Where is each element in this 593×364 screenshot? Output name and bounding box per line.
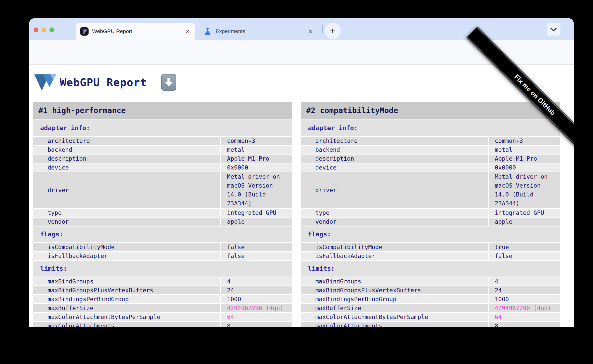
table-row: architecturecommon-3 bbox=[33, 137, 292, 145]
row-value: false bbox=[221, 252, 292, 260]
close-window-button[interactable] bbox=[34, 27, 38, 32]
table-row: maxColorAttachments8 bbox=[301, 322, 560, 327]
table-row: driverMetal driver on macOS Version 14.0… bbox=[301, 172, 560, 208]
row-value: 1000 bbox=[221, 295, 292, 303]
row-value: Apple M1 Pro bbox=[221, 155, 292, 163]
close-tab-icon[interactable]: × bbox=[307, 27, 313, 36]
row-key: architecture bbox=[33, 137, 220, 145]
section-heading: limits: bbox=[33, 261, 292, 277]
row-value: 64 bbox=[221, 313, 292, 321]
browser-window: i WebGPU Report × Experiments × + bbox=[29, 18, 574, 327]
flask-icon bbox=[204, 27, 211, 35]
table-row: typeintegrated GPU bbox=[301, 209, 560, 217]
adapter-tables: #1 high-performance adapter info:archite… bbox=[33, 102, 560, 327]
close-tab-icon[interactable]: × bbox=[185, 27, 191, 36]
table-row: descriptionApple M1 Pro bbox=[33, 155, 292, 163]
row-key: maxColorAttachments bbox=[33, 322, 220, 327]
row-key: backend bbox=[301, 146, 488, 154]
row-value: Apple M1 Pro bbox=[489, 155, 560, 163]
row-key: architecture bbox=[301, 137, 488, 145]
page-header: WebGPU Report bbox=[34, 72, 176, 92]
adapter-table-1: #1 high-performance adapter info:archite… bbox=[33, 102, 292, 327]
row-key: device bbox=[33, 163, 220, 172]
row-key: description bbox=[33, 155, 220, 163]
table-row: maxBindingsPerBindGroup1000 bbox=[301, 295, 560, 303]
row-value: 4 bbox=[221, 277, 292, 285]
tab-title: Experiments bbox=[216, 28, 307, 34]
webgpu-report-favicon-icon: i bbox=[80, 27, 89, 36]
tab-title: WebGPU Report bbox=[92, 28, 185, 34]
row-key: isFallbackAdapter bbox=[301, 252, 488, 260]
table-row: maxBindingsPerBindGroup1000 bbox=[33, 295, 292, 303]
row-key: maxColorAttachmentBytesPerSample bbox=[33, 313, 220, 321]
zoom-window-button[interactable] bbox=[49, 27, 54, 32]
table-row: maxColorAttachmentBytesPerSample64 bbox=[33, 313, 292, 321]
row-value: 8 bbox=[489, 322, 560, 327]
row-value: 64 bbox=[489, 313, 560, 321]
section-heading: adapter info: bbox=[33, 120, 292, 136]
chevron-down-icon bbox=[550, 27, 557, 32]
table-row: backendmetal bbox=[301, 146, 560, 154]
tab-webgpu-report[interactable]: i WebGPU Report × bbox=[76, 23, 195, 40]
row-value: 4 bbox=[489, 277, 560, 285]
section-heading: flags: bbox=[301, 226, 560, 242]
table-row: vendorapple bbox=[33, 218, 292, 226]
row-value: common-3 bbox=[221, 137, 292, 145]
row-value: common-3 bbox=[489, 137, 560, 145]
row-value: true bbox=[489, 243, 560, 251]
adapter-heading: #2 compatibilityMode bbox=[301, 102, 560, 119]
row-value: metal bbox=[489, 146, 560, 154]
row-key: maxColorAttachmentBytesPerSample bbox=[301, 313, 488, 321]
row-value: Metal driver on macOS Version 14.0 (Buil… bbox=[221, 172, 292, 208]
row-value: integrated GPU bbox=[489, 209, 560, 217]
tab-experiments[interactable]: Experiments × bbox=[198, 23, 319, 40]
row-key: maxBindGroups bbox=[301, 277, 488, 285]
row-value: apple bbox=[221, 218, 292, 226]
page-content: WebGPU Report #1 high-performance adapte… bbox=[29, 65, 574, 327]
table-row: descriptionApple M1 Pro bbox=[301, 155, 560, 163]
row-key: description bbox=[301, 155, 488, 163]
section-heading: adapter info: bbox=[301, 120, 560, 136]
table-row: architecturecommon-3 bbox=[301, 137, 560, 145]
table-row: maxBindGroupsPlusVertexBuffers24 bbox=[301, 286, 560, 294]
tab-separator bbox=[322, 25, 323, 33]
row-value: Metal driver on macOS Version 14.0 (Buil… bbox=[489, 172, 560, 208]
row-key: type bbox=[33, 209, 220, 217]
table-row: driverMetal driver on macOS Version 14.0… bbox=[33, 172, 292, 208]
row-key: isFallbackAdapter bbox=[33, 252, 220, 260]
row-key: maxBindGroupsPlusVertexBuffers bbox=[301, 286, 488, 294]
table-row: maxBindGroupsPlusVertexBuffers24 bbox=[33, 286, 292, 294]
row-key: vendor bbox=[33, 218, 220, 226]
table-row: maxBindGroups4 bbox=[301, 277, 560, 285]
row-key: vendor bbox=[301, 218, 488, 226]
row-value: 0x0000 bbox=[221, 163, 292, 172]
row-value: 4294967296 (4gb) bbox=[221, 304, 292, 312]
minimize-window-button[interactable] bbox=[41, 27, 46, 32]
row-key: type bbox=[301, 209, 488, 217]
row-key: isCompatibilityMode bbox=[33, 243, 220, 251]
row-key: device bbox=[301, 163, 488, 172]
tab-search-button[interactable] bbox=[547, 23, 560, 36]
row-key: driver bbox=[33, 172, 220, 208]
row-key: backend bbox=[33, 146, 220, 154]
row-key: maxColorAttachments bbox=[301, 322, 488, 327]
row-value: false bbox=[221, 243, 292, 251]
table-row: maxBufferSize4294967296 (4gb) bbox=[33, 304, 292, 312]
table-row: isFallbackAdapterfalse bbox=[33, 252, 292, 260]
adapter-table-2: #2 compatibilityMode adapter info:archit… bbox=[301, 102, 560, 327]
table-row: maxBindGroups4 bbox=[33, 277, 292, 285]
page-title: WebGPU Report bbox=[60, 76, 147, 89]
row-value: apple bbox=[489, 218, 560, 226]
table-row: vendorapple bbox=[301, 218, 560, 226]
table-row: isCompatibilityModefalse bbox=[33, 243, 292, 251]
svg-text:i: i bbox=[83, 29, 85, 35]
row-key: maxBindingsPerBindGroup bbox=[301, 295, 488, 303]
row-key: maxBindingsPerBindGroup bbox=[33, 295, 220, 303]
download-arrow-icon bbox=[165, 78, 173, 86]
section-heading: limits: bbox=[301, 261, 560, 277]
row-key: maxBindGroups bbox=[33, 277, 220, 285]
row-key: maxBufferSize bbox=[33, 304, 220, 312]
download-report-button[interactable] bbox=[161, 74, 176, 91]
new-tab-button[interactable]: + bbox=[324, 23, 341, 39]
row-key: maxBindGroupsPlusVertexBuffers bbox=[33, 286, 220, 294]
